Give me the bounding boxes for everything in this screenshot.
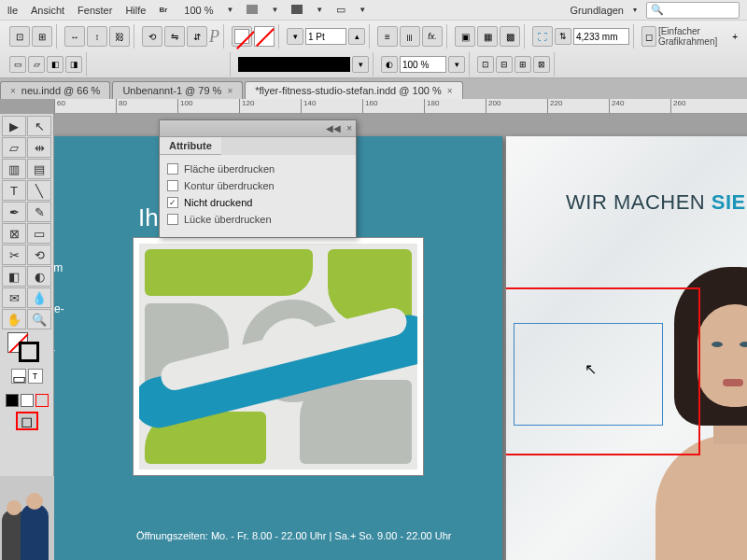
- screen-mode-icon[interactable]: [291, 5, 303, 16]
- view-options-icon[interactable]: [247, 5, 258, 16]
- menu-item-lle[interactable]: lle: [7, 5, 18, 16]
- bridge-icon[interactable]: Br: [159, 6, 167, 14]
- stroke-weight-input[interactable]: [305, 28, 346, 45]
- distribute-icon[interactable]: ⫼: [400, 26, 420, 47]
- fill-none-icon[interactable]: [232, 26, 252, 47]
- text-wrap-object-icon[interactable]: ▩: [500, 26, 520, 47]
- arrange-icon[interactable]: ▭: [336, 4, 345, 16]
- line-tool-icon[interactable]: ╲: [27, 180, 51, 201]
- stroke-swatch-icon[interactable]: [19, 342, 39, 362]
- collapse-icon[interactable]: ◀◀: [326, 123, 341, 133]
- transform-w-icon[interactable]: ↔: [64, 26, 85, 47]
- rectangle-frame-icon[interactable]: ⊠: [2, 223, 26, 244]
- map-image-frame[interactable]: [133, 237, 424, 476]
- effects-fx-icon[interactable]: fx.: [422, 26, 443, 47]
- opacity-input[interactable]: [400, 56, 446, 73]
- chevron-down-icon[interactable]: ▼: [271, 6, 278, 14]
- direct-selection-tool-icon[interactable]: ↖: [27, 116, 51, 136]
- zoom-level[interactable]: 100 %: [184, 5, 213, 16]
- scissors-tool-icon[interactable]: ✂: [2, 245, 26, 265]
- opacity-dropdown-icon[interactable]: ▾: [448, 56, 465, 73]
- stroke-style-dropdown-icon[interactable]: ▾: [352, 56, 369, 73]
- content-placer-icon[interactable]: ▤: [27, 159, 51, 179]
- link-wh-icon[interactable]: ⛓: [109, 26, 130, 47]
- menu-item-fenster[interactable]: Fenster: [78, 5, 112, 16]
- chevron-down-icon[interactable]: ▾: [633, 6, 637, 14]
- chevron-down-icon[interactable]: ▼: [227, 6, 234, 14]
- content-collector-icon[interactable]: ▥: [2, 159, 26, 179]
- transform-tool-icon[interactable]: ⟲: [27, 245, 51, 265]
- fit-frame-icon[interactable]: ⊟: [496, 56, 513, 73]
- text-wrap-bounding-icon[interactable]: ▦: [477, 26, 498, 47]
- page-right[interactable]: WIR MACHEN SIE FIT ↖: [506, 136, 747, 560]
- close-icon[interactable]: ×: [227, 86, 233, 96]
- pen-tool-icon[interactable]: ✒: [2, 202, 26, 222]
- crop-icon[interactable]: ⛶: [532, 26, 553, 47]
- screen-mode-button[interactable]: ◻: [16, 412, 38, 430]
- tb-icon-b[interactable]: ▱: [28, 56, 45, 73]
- flip-h-icon[interactable]: ⇋: [164, 26, 185, 47]
- rectangle-tool-icon[interactable]: ▭: [27, 223, 51, 244]
- page-tool-icon[interactable]: ▱: [2, 137, 26, 158]
- dimension-input[interactable]: [573, 28, 629, 45]
- tab-neu[interactable]: × neu.indd @ 66 %: [0, 81, 110, 99]
- tb-icon-d[interactable]: ◨: [65, 56, 82, 73]
- eyedropper-tool-icon[interactable]: 💧: [27, 287, 51, 308]
- stroke-style-preview[interactable]: [238, 57, 350, 72]
- tb-icon-c[interactable]: ◧: [47, 56, 63, 73]
- checkbox[interactable]: [167, 197, 178, 208]
- attr-row-nonprinting[interactable]: Nicht druckend: [167, 194, 348, 211]
- gradient-swatch-icon[interactable]: ◧: [2, 266, 26, 287]
- apply-gradient-icon[interactable]: [21, 394, 34, 407]
- chevron-down-icon[interactable]: ▼: [316, 6, 323, 14]
- center-content-icon[interactable]: ⊞: [514, 56, 531, 73]
- gradient-feather-icon[interactable]: ◐: [27, 266, 51, 287]
- fit-content-icon[interactable]: ⊡: [477, 56, 494, 73]
- chevron-down-icon[interactable]: ▼: [359, 6, 366, 14]
- type-tool-icon[interactable]: T: [2, 180, 26, 201]
- checkbox[interactable]: [167, 180, 178, 191]
- text-wrap-none-icon[interactable]: ▣: [455, 26, 475, 47]
- attr-row-overprint-fill[interactable]: Fläche überdrucken: [167, 161, 348, 177]
- fit-proportionally-icon[interactable]: ⊠: [533, 56, 550, 73]
- menu-item-hilfe[interactable]: Hilfe: [125, 5, 146, 16]
- horizontal-ruler[interactable]: 6080100120140160180200220240260: [54, 99, 747, 114]
- plus-icon[interactable]: +: [732, 32, 738, 42]
- rotate-icon[interactable]: ⟲: [142, 26, 162, 47]
- tab-flyer[interactable]: *flyer-fitness-studio-stefan.indd @ 100 …: [245, 81, 462, 99]
- transform-h-icon[interactable]: ↕: [87, 26, 107, 47]
- checkbox[interactable]: [167, 214, 178, 225]
- apply-color-icon[interactable]: [6, 394, 19, 407]
- pencil-tool-icon[interactable]: ✎: [27, 202, 51, 222]
- close-icon[interactable]: ×: [447, 86, 453, 96]
- paragraph-style-icon[interactable]: P: [209, 27, 219, 47]
- dim-stepper-icon[interactable]: ⇅: [555, 28, 571, 45]
- apply-none-icon[interactable]: [35, 394, 49, 407]
- workspace-switcher[interactable]: Grundlagen: [571, 5, 625, 16]
- opacity-icon[interactable]: ◐: [381, 56, 398, 73]
- panel-header[interactable]: ◀◀ ×: [160, 120, 356, 137]
- selection-tool-icon[interactable]: ▶: [2, 116, 26, 136]
- close-icon[interactable]: ×: [346, 123, 352, 133]
- ref-point-icon[interactable]: ⊡: [9, 26, 30, 47]
- tb-icon-a[interactable]: ▭: [9, 56, 26, 73]
- corner-options-icon[interactable]: ◻: [641, 26, 656, 47]
- search-input[interactable]: 🔍: [646, 2, 740, 19]
- stroke-swatch-none[interactable]: [254, 26, 275, 47]
- xy-input-icon[interactable]: ⊞: [32, 26, 52, 47]
- stroke-increase-icon[interactable]: ▴: [348, 28, 365, 45]
- align-icon[interactable]: ≡: [377, 26, 398, 47]
- stroke-decrease-icon[interactable]: ▾: [287, 28, 303, 45]
- format-container-icon[interactable]: ▭: [11, 369, 26, 384]
- flip-v-icon[interactable]: ⇵: [187, 26, 207, 47]
- panel-tab-attribute[interactable]: Attribute: [160, 137, 221, 155]
- close-icon[interactable]: ×: [10, 86, 16, 96]
- gap-tool-icon[interactable]: ⇹: [27, 137, 51, 158]
- attr-row-overprint-stroke[interactable]: Kontur überdrucken: [167, 177, 348, 194]
- attr-row-overprint-gap[interactable]: Lücke überdrucken: [167, 211, 348, 228]
- format-text-icon[interactable]: T: [28, 369, 43, 384]
- checkbox[interactable]: [167, 163, 178, 175]
- fill-stroke-swatch[interactable]: [2, 330, 51, 368]
- attributes-panel[interactable]: ◀◀ × Attribute Fläche überdrucken Kontur…: [159, 119, 357, 238]
- tab-unbenannt[interactable]: Unbenannt-1 @ 79 % ×: [112, 81, 243, 99]
